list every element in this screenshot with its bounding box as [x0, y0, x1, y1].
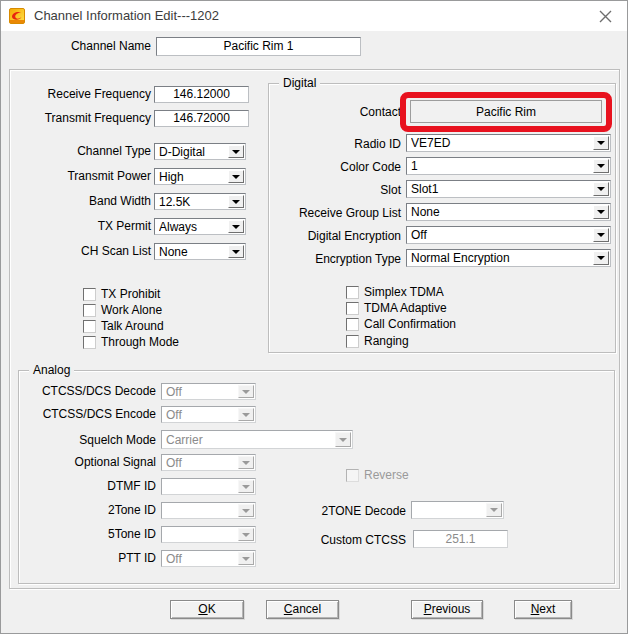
band-width-select[interactable]: 12.5K	[154, 193, 246, 210]
radio-id-label: Radio ID	[251, 135, 401, 153]
contact-field[interactable]: Pacific Rim	[410, 100, 602, 123]
ranging-label: Ranging	[364, 334, 409, 348]
next-button-label: Next	[515, 601, 571, 618]
digital-encryption-select[interactable]: Off	[406, 226, 611, 244]
ok-button[interactable]: OK	[170, 600, 244, 619]
work-alone-checkbox[interactable]: Work Alone	[83, 303, 162, 317]
2tone-id-label: 2Tone ID	[1, 502, 156, 519]
checkbox-icon	[83, 336, 96, 349]
color-code-label: Color Code	[251, 158, 401, 176]
chevron-down-icon	[228, 245, 244, 258]
encryption-type-select[interactable]: Normal Encryption	[406, 249, 611, 267]
simplex-tdma-checkbox[interactable]: Simplex TDMA	[346, 285, 444, 299]
channel-type-value: D-Digital	[159, 144, 227, 159]
chevron-down-icon	[228, 145, 244, 158]
chevron-down-icon	[238, 385, 254, 398]
chevron-down-icon	[238, 480, 254, 493]
tx-prohibit-label: TX Prohibit	[101, 287, 160, 301]
2tone-id-value	[166, 503, 237, 518]
close-icon[interactable]	[591, 1, 619, 31]
optional-signal-label: Optional Signal	[1, 454, 156, 471]
through-mode-checkbox[interactable]: Through Mode	[83, 335, 179, 349]
ctcss-dcs-decode-label: CTCSS/DCS Decode	[1, 383, 156, 400]
receive-group-list-value: None	[411, 204, 592, 220]
tx-permit-value: Always	[159, 219, 227, 234]
transmit-power-select[interactable]: High	[154, 168, 246, 185]
chevron-down-icon	[593, 159, 609, 173]
contact-label: Contact	[251, 103, 401, 121]
reverse-checkbox: Reverse	[346, 468, 409, 482]
chevron-down-icon	[228, 195, 244, 208]
window-title: Channel Information Edit---1202	[34, 1, 219, 31]
chevron-down-icon	[593, 205, 609, 219]
optional-signal-select: Off	[161, 454, 256, 471]
channel-name-input[interactable]: Pacific Rim 1	[156, 37, 361, 56]
chevron-down-icon	[335, 432, 351, 447]
squelch-mode-label: Squelch Mode	[1, 431, 156, 450]
checkbox-icon	[346, 302, 359, 315]
dtmf-id-select	[161, 478, 256, 495]
cancel-button[interactable]: Cancel	[266, 600, 339, 619]
ch-scan-list-select[interactable]: None	[154, 243, 246, 260]
custom-ctcss-label: Custom CTCSS	[256, 531, 406, 549]
2tone-decode-value	[416, 502, 485, 518]
ptt-id-label: PTT ID	[1, 550, 156, 567]
radio-id-value: VE7ED	[411, 135, 592, 151]
2tone-decode-select	[411, 501, 504, 519]
5tone-id-label: 5Tone ID	[1, 526, 156, 543]
2tone-decode-label: 2TONE Decode	[256, 502, 406, 520]
chevron-down-icon	[486, 503, 502, 517]
ok-button-label: OK	[171, 601, 243, 618]
squelch-mode-value: Carrier	[166, 431, 334, 448]
transmit-power-value: High	[159, 169, 227, 184]
channel-type-select[interactable]: D-Digital	[154, 143, 246, 160]
encryption-type-label: Encryption Type	[251, 250, 401, 268]
tx-prohibit-checkbox[interactable]: TX Prohibit	[83, 287, 160, 301]
ptt-id-value: Off	[166, 551, 237, 566]
radio-id-select[interactable]: VE7ED	[406, 134, 611, 152]
receive-group-list-select[interactable]: None	[406, 203, 611, 221]
ctcss-dcs-decode-value: Off	[166, 384, 237, 399]
receive-frequency-input[interactable]: 146.12000	[154, 86, 249, 103]
title-bar: Channel Information Edit---1202	[1, 1, 627, 31]
tdma-adaptive-label: TDMA Adaptive	[364, 301, 447, 315]
next-button[interactable]: Next	[514, 600, 572, 619]
slot-select[interactable]: Slot1	[406, 180, 611, 198]
call-confirmation-checkbox[interactable]: Call Confirmation	[346, 317, 456, 331]
transmit-frequency-input[interactable]: 146.72000	[154, 110, 249, 127]
ranging-checkbox[interactable]: Ranging	[346, 334, 409, 348]
tdma-adaptive-checkbox[interactable]: TDMA Adaptive	[346, 301, 447, 315]
analog-group-legend: Analog	[29, 363, 74, 378]
2tone-id-select	[161, 502, 256, 519]
chevron-down-icon	[238, 504, 254, 517]
channel-information-edit-dialog: Channel Information Edit---1202 Channel …	[0, 0, 628, 634]
digital-group-legend: Digital	[279, 76, 320, 91]
checkbox-icon	[346, 469, 359, 482]
reverse-label: Reverse	[364, 468, 409, 482]
5tone-id-select	[161, 526, 256, 543]
slot-label: Slot	[251, 181, 401, 199]
custom-ctcss-input[interactable]: 251.1	[413, 530, 508, 548]
ch-scan-list-label: CH Scan List	[1, 243, 151, 260]
talk-around-checkbox[interactable]: Talk Around	[83, 319, 164, 333]
tx-permit-select[interactable]: Always	[154, 218, 246, 235]
checkbox-icon	[83, 320, 96, 333]
checkbox-icon	[83, 304, 96, 317]
chevron-down-icon	[593, 182, 609, 196]
ptt-id-select: Off	[161, 550, 256, 567]
talk-around-label: Talk Around	[101, 319, 164, 333]
previous-button[interactable]: Previous	[411, 600, 483, 619]
checkbox-icon	[83, 288, 96, 301]
chevron-down-icon	[593, 136, 609, 150]
checkbox-icon	[346, 318, 359, 331]
receive-group-list-label: Receive Group List	[251, 204, 401, 222]
app-icon	[9, 8, 25, 24]
color-code-select[interactable]: 1	[406, 157, 611, 175]
call-confirmation-label: Call Confirmation	[364, 317, 456, 331]
dtmf-id-value	[166, 479, 237, 494]
digital-encryption-value: Off	[411, 227, 592, 243]
encryption-type-value: Normal Encryption	[411, 250, 592, 266]
chevron-down-icon	[228, 170, 244, 183]
chevron-down-icon	[228, 220, 244, 233]
band-width-value: 12.5K	[159, 194, 227, 209]
